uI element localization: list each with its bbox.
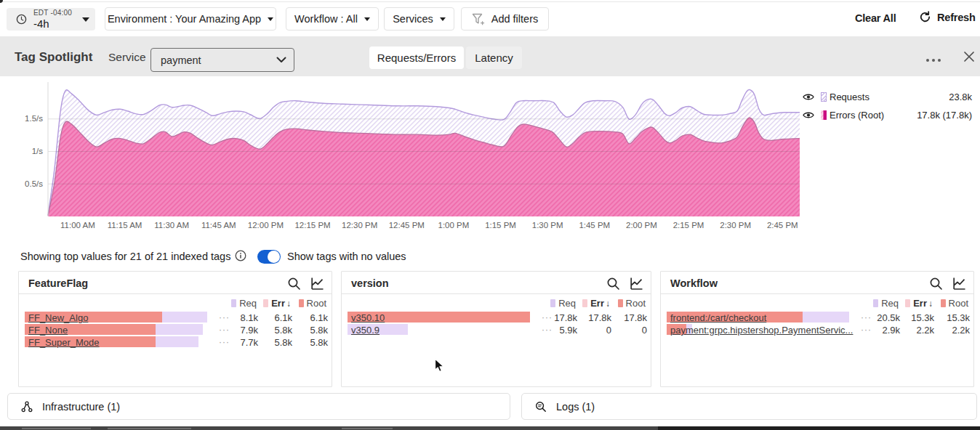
request-bar (803, 312, 849, 322)
bottom-cutoff-bar (0, 426, 658, 430)
root-value: 2.2k (926, 325, 970, 336)
x-tick-label: 2:30 PM (720, 221, 751, 230)
refresh-icon (919, 11, 931, 23)
chevron-down-icon (82, 17, 89, 22)
x-tick-label: 2:45 PM (767, 221, 798, 230)
show-tags-toggle[interactable] (257, 250, 281, 264)
root-value: 6.1k (284, 312, 328, 323)
chevron-down-icon (276, 57, 286, 63)
x-tick-label: 12:30 PM (342, 221, 377, 230)
time-range-picker[interactable]: EDT -04:00 -4h (7, 8, 95, 31)
tag-value-link[interactable]: frontend:/cart/checkout (670, 312, 766, 323)
tag-row: FF_Super_Mode ··· 7.7k 5.8k 5.8k (25, 336, 327, 347)
request-bar (162, 312, 207, 322)
legend-row-errors: Errors (Root) 17.8k (17.8k) (803, 109, 972, 121)
column-req[interactable]: Req (550, 298, 576, 309)
infrastructure-button[interactable]: Infrastructure (1) (7, 393, 510, 420)
root-color-swatch (299, 299, 304, 307)
column-err-sorted[interactable]: Err↓ (263, 298, 291, 309)
tag-value-link[interactable]: FF_None (28, 325, 68, 336)
indexed-tags-summary: Showing top values for 21 of 21 indexed … (20, 251, 230, 262)
x-tick-label: 1:00 PM (438, 221, 470, 230)
environment-filter-button[interactable]: Environment : Your Amazing App (105, 7, 276, 31)
line-chart-icon[interactable] (952, 277, 966, 291)
x-tick-label: 1:45 PM (579, 221, 610, 230)
eye-icon[interactable] (803, 111, 814, 119)
search-icon[interactable] (287, 277, 301, 291)
search-icon[interactable] (929, 277, 943, 291)
legend-errors-value: 17.8k (17.8k) (917, 110, 972, 121)
tag-value-link[interactable]: FF_New_Algo (28, 312, 88, 323)
service-select[interactable]: payment (150, 48, 294, 72)
tag-value-link[interactable]: v350.10 (351, 312, 385, 323)
column-err-sorted[interactable]: Err↓ (582, 298, 610, 309)
logs-button[interactable]: Logs (1) (521, 393, 977, 420)
request-bar (156, 324, 203, 335)
line-chart-icon[interactable] (630, 277, 643, 291)
search-icon[interactable] (606, 277, 620, 291)
column-root[interactable]: Root (618, 298, 646, 309)
close-icon[interactable] (963, 51, 975, 62)
more-options-button[interactable] (926, 55, 942, 65)
x-tick-label: 1:30 PM (532, 221, 563, 230)
root-value: 5.8k (284, 337, 328, 348)
line-chart-icon[interactable] (310, 277, 324, 291)
add-filters-label: Add filters (491, 13, 538, 25)
req-color-swatch (550, 299, 555, 307)
legend-row-requests: Requests 23.8k (803, 91, 972, 102)
tag-row: FF_New_Algo ··· 8.1k 6.1k 6.1k (25, 312, 327, 322)
legend-requests-label: Requests (830, 92, 869, 102)
infrastructure-label: Infrastructure (1) (42, 401, 120, 413)
column-err-sorted[interactable]: Err↓ (905, 298, 933, 309)
column-root[interactable]: Root (299, 298, 326, 309)
time-range-value: -4h (33, 18, 72, 29)
mouse-cursor (434, 358, 447, 374)
x-tick-label: 11:30 AM (154, 221, 189, 230)
clear-all-button[interactable]: Clear All (855, 12, 896, 24)
panel-title: Workflow (670, 277, 718, 289)
add-filters-button[interactable]: Add filters (461, 7, 549, 31)
column-req[interactable]: Req (873, 298, 899, 309)
err-color-swatch (905, 299, 910, 307)
environment-filter-label: Environment : Your Amazing App (108, 13, 261, 25)
tag-panel-version: version Req Err↓ Root v350.10 ··· 17.8k … (341, 271, 651, 387)
tag-row: v350.10 ··· 17.8k 17.8k 17.8k (348, 312, 646, 322)
toggle-knob (268, 251, 280, 263)
service-select-value: payment (161, 54, 201, 66)
x-tick-label: 12:45 PM (389, 221, 425, 230)
tab-requests-errors[interactable]: Requests/Errors (369, 46, 464, 69)
sort-desc-icon: ↓ (606, 299, 610, 309)
info-icon[interactable] (235, 250, 246, 261)
x-tick-label: 1:15 PM (485, 221, 516, 230)
panel-title: FeatureFlag (28, 277, 88, 289)
workflow-filter-button[interactable]: Workflow : All (286, 7, 379, 31)
refresh-button[interactable]: Refresh (919, 11, 976, 23)
tag-panel-featureflag: FeatureFlag Req Err↓ Root FF_New_Algo ··… (18, 271, 332, 387)
tag-value-link[interactable]: v350.9 (351, 325, 379, 336)
root-color-swatch (618, 299, 623, 307)
chevron-down-icon (440, 17, 446, 21)
tag-row: v350.9 ··· 5.9k 0 0 (348, 324, 646, 335)
x-tick-label: 12:15 PM (294, 221, 330, 230)
top-divider (0, 1, 980, 2)
x-tick-label: 2:00 PM (626, 221, 657, 230)
x-tick-label: 11:15 AM (108, 221, 142, 230)
x-tick-label: 11:45 AM (201, 221, 236, 230)
x-tick-label: 2:15 PM (673, 221, 704, 230)
tag-value-link[interactable]: payment:grpc.hipstershop.PaymentServic..… (670, 325, 853, 336)
tag-value-link[interactable]: FF_Super_Mode (28, 337, 100, 348)
err-color-swatch (582, 299, 587, 307)
services-filter-button[interactable]: Services (384, 7, 454, 31)
column-root[interactable]: Root (941, 298, 968, 309)
corner-artifact (0, 0, 3, 3)
services-filter-label: Services (393, 13, 433, 25)
x-tick-label: 12:00 PM (248, 221, 284, 230)
logs-search-icon (535, 401, 547, 413)
filter-plus-icon (472, 13, 486, 25)
eye-icon[interactable] (803, 93, 814, 101)
root-value: 5.8k (284, 325, 328, 336)
tab-latency[interactable]: Latency (466, 46, 522, 69)
column-req[interactable]: Req (231, 298, 257, 309)
service-label: Service (108, 51, 146, 64)
request-bar (156, 336, 198, 347)
